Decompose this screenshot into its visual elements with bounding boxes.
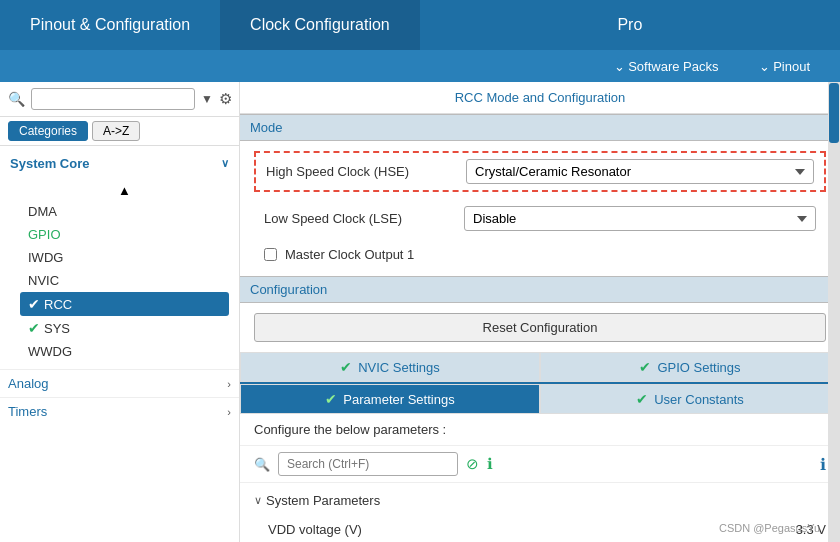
sys-params-arrow-icon: ∨ [254, 494, 262, 507]
tab-categories-label: Categories [19, 124, 77, 138]
system-core-section: System Core ∨ ▲ DMA GPIO IWDG NVIC [0, 146, 239, 369]
system-core-arrow: ∨ [221, 157, 229, 170]
watermark: CSDN @PegasusYu [719, 522, 820, 534]
params-info-icon[interactable]: ℹ [820, 455, 826, 474]
tab-parameter-settings[interactable]: ✔ Parameter Settings [240, 384, 540, 414]
search-input[interactable] [31, 88, 195, 110]
tab-project-label: Pro [617, 16, 642, 34]
gpio-label: GPIO [28, 227, 61, 242]
tab-clock-config[interactable]: Clock Configuration [220, 0, 420, 50]
content-title-text: RCC Mode and Configuration [455, 90, 626, 105]
nvic-tab-check-icon: ✔ [340, 359, 352, 375]
tab-clock-label: Clock Configuration [250, 16, 390, 34]
second-navigation: ⌄ Software Packs ⌄ Pinout [0, 50, 840, 82]
software-packs-label: ⌄ Software Packs [614, 59, 719, 74]
sys-check-icon: ✔ [28, 320, 40, 336]
sidebar-item-rcc[interactable]: ✔ RCC [20, 292, 229, 316]
rcc-label: RCC [44, 297, 72, 312]
lse-label: Low Speed Clock (LSE) [264, 211, 464, 226]
params-search-input[interactable] [278, 452, 458, 476]
analog-arrow-icon: › [227, 378, 231, 390]
scroll-up-icon[interactable]: ▲ [20, 181, 229, 200]
dma-label: DMA [28, 204, 57, 219]
watermark-text: CSDN @PegasusYu [719, 522, 820, 534]
timers-label: Timers [8, 404, 47, 419]
scrollbar-track[interactable] [828, 82, 840, 542]
timers-section[interactable]: Timers › [0, 397, 239, 425]
sys-params-label: System Parameters [266, 493, 380, 508]
sidebar: 🔍 ▼ ⚙ Categories A->Z System Core ∨ ▲ [0, 82, 240, 542]
user-tab-label: User Constants [654, 392, 744, 407]
params-prev-icon[interactable]: ⊘ [466, 455, 479, 473]
timers-arrow-icon: › [227, 406, 231, 418]
mode-label: Mode [250, 120, 283, 135]
config-tabs-row2: ✔ Parameter Settings ✔ User Constants [240, 382, 840, 414]
mco-checkbox[interactable] [264, 248, 277, 261]
tab-project[interactable]: Pro [420, 0, 840, 50]
mco-label: Master Clock Output 1 [285, 247, 414, 262]
content-title: RCC Mode and Configuration [240, 82, 840, 114]
gpio-tab-check-icon: ✔ [639, 359, 651, 375]
user-tab-check-icon: ✔ [636, 391, 648, 407]
tab-az[interactable]: A->Z [92, 121, 140, 141]
sidebar-item-nvic[interactable]: NVIC [20, 269, 229, 292]
rcc-check-icon: ✔ [28, 296, 40, 312]
sidebar-item-gpio[interactable]: GPIO [20, 223, 229, 246]
lse-row: Low Speed Clock (LSE) Disable BYPASS Clo… [254, 200, 826, 237]
nvic-tab-label: NVIC Settings [358, 360, 440, 375]
search-icon: 🔍 [8, 91, 25, 107]
reset-configuration-button[interactable]: Reset Configuration [254, 313, 826, 342]
params-search-icon: 🔍 [254, 457, 270, 472]
sidebar-item-iwdg[interactable]: IWDG [20, 246, 229, 269]
tab-categories[interactable]: Categories [8, 121, 88, 141]
main-layout: 🔍 ▼ ⚙ Categories A->Z System Core ∨ ▲ [0, 82, 840, 542]
mode-section-header: Mode [240, 114, 840, 141]
sidebar-item-wwdg[interactable]: WWDG [20, 340, 229, 363]
hse-label: High Speed Clock (HSE) [266, 164, 466, 179]
tab-az-label: A->Z [103, 124, 129, 138]
nvic-label: NVIC [28, 273, 59, 288]
sys-params-header[interactable]: ∨ System Parameters [254, 489, 826, 512]
system-core-label: System Core [10, 156, 89, 171]
reset-btn-label: Reset Configuration [483, 320, 598, 335]
tab-pinout-label: Pinout & Configuration [30, 16, 190, 34]
gpio-tab-label: GPIO Settings [657, 360, 740, 375]
params-info-text: Configure the below parameters : [254, 422, 446, 437]
tab-nvic-settings[interactable]: ✔ NVIC Settings [240, 352, 540, 382]
iwdg-label: IWDG [28, 250, 63, 265]
lse-select[interactable]: Disable BYPASS Clock Source Crystal/Cera… [464, 206, 816, 231]
analog-section[interactable]: Analog › [0, 369, 239, 397]
sidebar-tabs: Categories A->Z [0, 117, 239, 146]
params-info: Configure the below parameters : [240, 414, 840, 446]
sidebar-search-row: 🔍 ▼ ⚙ [0, 82, 239, 117]
system-core-items: ▲ DMA GPIO IWDG NVIC ✔ RCC ✔ [10, 181, 229, 363]
wwdg-label: WWDG [28, 344, 72, 359]
tab-pinout-config[interactable]: Pinout & Configuration [0, 0, 220, 50]
pinout-label: ⌄ Pinout [759, 59, 810, 74]
hse-select[interactable]: Crystal/Ceramic Resonator Disable BYPASS… [466, 159, 814, 184]
system-core-header[interactable]: System Core ∨ [10, 152, 229, 175]
hse-row: High Speed Clock (HSE) Crystal/Ceramic R… [254, 151, 826, 192]
system-parameters-section: ∨ System Parameters [240, 483, 840, 518]
config-section-header: Configuration [240, 276, 840, 303]
params-search-row: 🔍 ⊘ ℹ ℹ [240, 446, 840, 483]
scrollbar-thumb[interactable] [829, 83, 839, 143]
sidebar-item-dma[interactable]: DMA [20, 200, 229, 223]
tab-user-constants[interactable]: ✔ User Constants [540, 384, 840, 414]
param-tab-label: Parameter Settings [343, 392, 454, 407]
sidebar-item-sys[interactable]: ✔ SYS [20, 316, 229, 340]
gear-icon[interactable]: ⚙ [219, 90, 232, 108]
mode-section: High Speed Clock (HSE) Crystal/Ceramic R… [240, 141, 840, 276]
software-packs-nav[interactable]: ⌄ Software Packs [594, 59, 739, 74]
mco-row: Master Clock Output 1 [254, 243, 826, 266]
pinout-nav[interactable]: ⌄ Pinout [739, 59, 830, 74]
config-tabs-row1: ✔ NVIC Settings ✔ GPIO Settings [240, 352, 840, 382]
param-tab-check-icon: ✔ [325, 391, 337, 407]
tab-gpio-settings[interactable]: ✔ GPIO Settings [540, 352, 840, 382]
params-next-icon[interactable]: ℹ [487, 455, 493, 473]
config-label: Configuration [250, 282, 327, 297]
dropdown-arrow-icon[interactable]: ▼ [201, 92, 213, 106]
content-area: RCC Mode and Configuration Mode High Spe… [240, 82, 840, 542]
sys-label: SYS [44, 321, 70, 336]
vdd-label: VDD voltage (V) [268, 522, 796, 537]
